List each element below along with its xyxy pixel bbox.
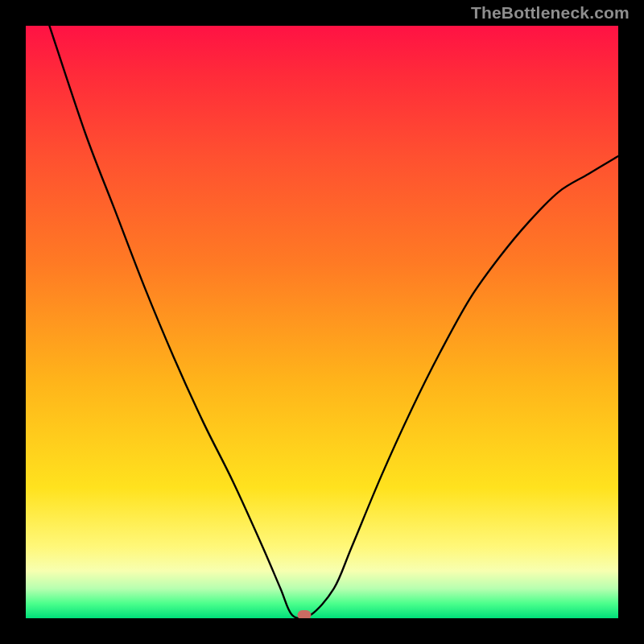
chart-frame: TheBottleneck.com — [0, 0, 644, 644]
bottleneck-curve — [26, 26, 618, 618]
plot-area — [26, 26, 618, 618]
watermark-text: TheBottleneck.com — [471, 3, 630, 23]
optimum-marker — [297, 610, 311, 618]
